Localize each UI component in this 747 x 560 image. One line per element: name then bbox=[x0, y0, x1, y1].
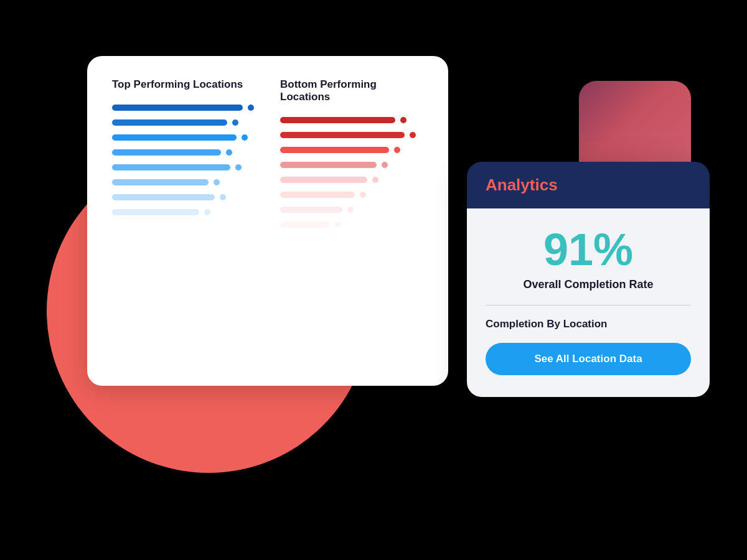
analytics-title: Analytics bbox=[486, 175, 691, 195]
bar-dot bbox=[220, 194, 226, 200]
bar-dot bbox=[394, 147, 400, 153]
bar-dot bbox=[335, 222, 341, 228]
bottom-performing-title: Bottom Performing Locations bbox=[280, 78, 423, 103]
list-item bbox=[112, 105, 255, 111]
list-item bbox=[112, 209, 255, 215]
bar-dot bbox=[214, 179, 220, 185]
see-all-location-data-button[interactable]: See All Location Data bbox=[486, 343, 691, 375]
bar bbox=[280, 222, 330, 228]
bar bbox=[112, 134, 237, 141]
percent-value: 91% bbox=[486, 227, 691, 272]
bar-dot bbox=[372, 177, 378, 183]
bar bbox=[112, 164, 230, 170]
list-item bbox=[112, 134, 255, 141]
bottom-bars-list bbox=[280, 117, 423, 228]
analytics-body: 91% Overall Completion Rate Completion B… bbox=[467, 208, 710, 397]
bar bbox=[112, 209, 199, 215]
bar-dot bbox=[226, 149, 232, 156]
bar-chart-card: Top Performing Locations bbox=[87, 56, 448, 386]
list-item bbox=[112, 179, 255, 185]
bottom-performing-section: Bottom Performing Locations bbox=[280, 78, 423, 236]
scene: Top Performing Locations bbox=[0, 0, 747, 560]
bar bbox=[280, 177, 367, 183]
top-performing-section: Top Performing Locations bbox=[112, 78, 255, 236]
list-item bbox=[112, 194, 255, 200]
list-item bbox=[280, 207, 423, 213]
list-item bbox=[280, 147, 423, 153]
bar-dot bbox=[347, 207, 354, 213]
list-item bbox=[112, 119, 255, 126]
bar bbox=[112, 149, 221, 156]
completion-rate-label: Overall Completion Rate bbox=[486, 278, 691, 291]
bar bbox=[112, 105, 243, 111]
bar bbox=[112, 194, 215, 200]
list-item bbox=[280, 177, 423, 183]
bar bbox=[280, 117, 395, 123]
list-item bbox=[280, 222, 423, 228]
analytics-header: Analytics bbox=[467, 162, 710, 208]
bar-dot bbox=[204, 209, 210, 215]
bar bbox=[280, 192, 355, 198]
analytics-card: Analytics 91% Overall Completion Rate Co… bbox=[467, 162, 710, 397]
top-bars-list bbox=[112, 105, 255, 215]
bar-dot bbox=[232, 119, 238, 126]
bar bbox=[280, 132, 405, 138]
top-performing-title: Top Performing Locations bbox=[112, 78, 255, 91]
bar-dot bbox=[360, 192, 366, 198]
bar bbox=[112, 119, 227, 126]
bar-dot bbox=[410, 132, 416, 138]
bar-dot bbox=[235, 164, 242, 170]
list-item bbox=[280, 162, 423, 168]
list-item bbox=[112, 164, 255, 170]
bar bbox=[280, 207, 342, 213]
divider bbox=[486, 305, 691, 306]
list-item bbox=[280, 132, 423, 138]
by-location-label: Completion By Location bbox=[486, 318, 691, 330]
bar-dot bbox=[248, 105, 254, 111]
bar-dot bbox=[242, 134, 248, 141]
bar-dot bbox=[382, 162, 388, 168]
list-item bbox=[280, 192, 423, 198]
bar-dot bbox=[400, 117, 406, 123]
list-item bbox=[112, 149, 255, 156]
bar bbox=[112, 179, 209, 185]
bar bbox=[280, 162, 377, 168]
list-item bbox=[280, 117, 423, 123]
bar bbox=[280, 147, 389, 153]
